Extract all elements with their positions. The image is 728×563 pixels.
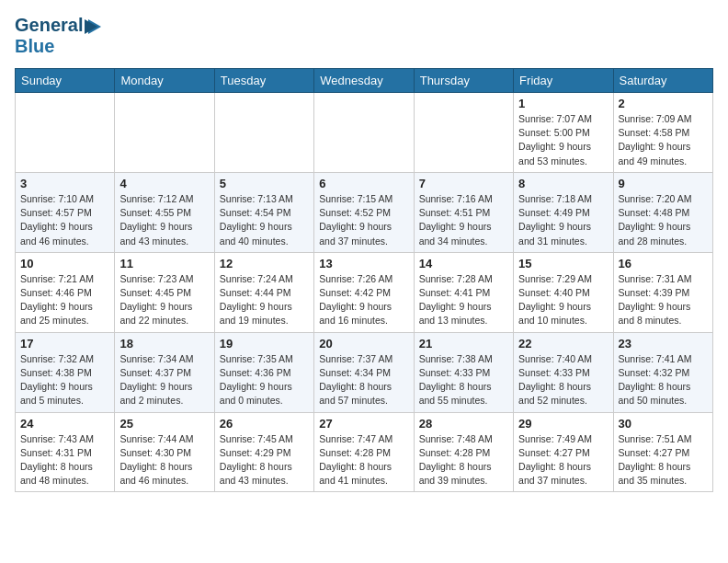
day-number: 22 [518,337,608,350]
day-info: Sunrise: 7:49 AMSunset: 4:27 PMDaylight:… [518,432,608,488]
day-number: 1 [518,97,608,110]
day-info: Sunrise: 7:16 AMSunset: 4:51 PMDaylight:… [419,192,508,248]
calendar-cell: 9Sunrise: 7:20 AMSunset: 4:48 PMDaylight… [613,172,712,252]
calendar-cell: 10Sunrise: 7:21 AMSunset: 4:46 PMDayligh… [16,252,115,332]
day-number: 9 [619,177,708,190]
day-number: 7 [419,177,508,190]
day-info: Sunrise: 7:47 AMSunset: 4:28 PMDaylight:… [319,432,408,488]
day-number: 4 [119,177,209,190]
calendar-cell: 29Sunrise: 7:49 AMSunset: 4:27 PMDayligh… [514,412,613,492]
day-number: 30 [619,417,708,431]
logo-text: General Blue [15,15,105,57]
day-number: 16 [619,257,708,270]
calendar-cell: 28Sunrise: 7:48 AMSunset: 4:28 PMDayligh… [414,412,513,492]
day-info: Sunrise: 7:35 AMSunset: 4:36 PMDaylight:… [220,352,309,408]
day-info: Sunrise: 7:18 AMSunset: 4:49 PMDaylight:… [518,192,608,248]
day-number: 19 [220,337,309,350]
day-number: 29 [518,417,608,431]
calendar-table: SundayMondayTuesdayWednesdayThursdayFrid… [15,68,713,492]
day-info: Sunrise: 7:07 AMSunset: 5:00 PMDaylight:… [518,112,608,168]
calendar-cell: 20Sunrise: 7:37 AMSunset: 4:34 PMDayligh… [314,332,414,412]
day-number: 2 [619,97,708,110]
calendar-cell: 1Sunrise: 7:07 AMSunset: 5:00 PMDaylight… [514,93,613,173]
day-number: 26 [220,417,309,431]
day-info: Sunrise: 7:44 AMSunset: 4:30 PMDaylight:… [119,432,209,488]
calendar-cell: 25Sunrise: 7:44 AMSunset: 4:30 PMDayligh… [115,412,214,492]
calendar-cell [214,93,313,173]
calendar-header-friday: Friday [514,69,613,93]
day-number: 17 [20,337,109,350]
calendar-cell: 14Sunrise: 7:28 AMSunset: 4:41 PMDayligh… [414,252,513,332]
day-number: 21 [419,337,508,350]
day-number: 11 [119,257,209,270]
calendar-cell [414,93,513,173]
day-info: Sunrise: 7:41 AMSunset: 4:32 PMDaylight:… [619,352,708,408]
calendar-header-thursday: Thursday [414,69,513,93]
day-number: 13 [319,257,408,270]
calendar-cell: 5Sunrise: 7:13 AMSunset: 4:54 PMDaylight… [214,172,313,252]
day-number: 3 [20,177,109,190]
calendar-week-row-0: 1Sunrise: 7:07 AMSunset: 5:00 PMDaylight… [16,93,713,173]
calendar-cell: 22Sunrise: 7:40 AMSunset: 4:33 PMDayligh… [514,332,613,412]
day-info: Sunrise: 7:48 AMSunset: 4:28 PMDaylight:… [419,432,508,488]
calendar-cell: 17Sunrise: 7:32 AMSunset: 4:38 PMDayligh… [16,332,115,412]
logo: General Blue [15,15,105,57]
day-number: 5 [220,177,309,190]
calendar-cell: 19Sunrise: 7:35 AMSunset: 4:36 PMDayligh… [214,332,313,412]
calendar-header-monday: Monday [115,69,214,93]
calendar-cell: 12Sunrise: 7:24 AMSunset: 4:44 PMDayligh… [214,252,313,332]
day-info: Sunrise: 7:51 AMSunset: 4:27 PMDaylight:… [619,432,708,488]
day-number: 8 [518,177,608,190]
calendar-cell [16,93,115,173]
calendar-cell: 3Sunrise: 7:10 AMSunset: 4:57 PMDaylight… [16,172,115,252]
header: General Blue [15,15,713,57]
day-number: 6 [319,177,408,190]
day-info: Sunrise: 7:38 AMSunset: 4:33 PMDaylight:… [419,352,508,408]
day-info: Sunrise: 7:45 AMSunset: 4:29 PMDaylight:… [220,432,309,488]
day-number: 24 [20,417,109,431]
calendar-header-row: SundayMondayTuesdayWednesdayThursdayFrid… [16,69,713,93]
day-info: Sunrise: 7:40 AMSunset: 4:33 PMDaylight:… [518,352,608,408]
calendar-cell: 13Sunrise: 7:26 AMSunset: 4:42 PMDayligh… [314,252,414,332]
day-info: Sunrise: 7:23 AMSunset: 4:45 PMDaylight:… [119,272,209,328]
day-number: 23 [619,337,708,350]
page: General Blue SundayMondayTuesdayWednesda… [0,0,728,507]
day-number: 18 [119,337,209,350]
day-number: 25 [119,417,209,431]
calendar-header-wednesday: Wednesday [314,69,414,93]
calendar-cell: 18Sunrise: 7:34 AMSunset: 4:37 PMDayligh… [115,332,214,412]
day-info: Sunrise: 7:09 AMSunset: 4:58 PMDaylight:… [619,112,708,168]
day-info: Sunrise: 7:29 AMSunset: 4:40 PMDaylight:… [518,272,608,328]
day-number: 27 [319,417,408,431]
day-info: Sunrise: 7:43 AMSunset: 4:31 PMDaylight:… [20,432,109,488]
day-number: 15 [518,257,608,270]
calendar-cell: 27Sunrise: 7:47 AMSunset: 4:28 PMDayligh… [314,412,414,492]
day-info: Sunrise: 7:10 AMSunset: 4:57 PMDaylight:… [20,192,109,248]
calendar-cell: 4Sunrise: 7:12 AMSunset: 4:55 PMDaylight… [115,172,214,252]
day-info: Sunrise: 7:13 AMSunset: 4:54 PMDaylight:… [220,192,309,248]
calendar-week-row-3: 17Sunrise: 7:32 AMSunset: 4:38 PMDayligh… [16,332,713,412]
day-info: Sunrise: 7:15 AMSunset: 4:52 PMDaylight:… [319,192,408,248]
calendar-cell [115,93,214,173]
day-number: 12 [220,257,309,270]
day-number: 10 [20,257,109,270]
calendar-cell: 23Sunrise: 7:41 AMSunset: 4:32 PMDayligh… [613,332,712,412]
calendar-cell: 21Sunrise: 7:38 AMSunset: 4:33 PMDayligh… [414,332,513,412]
logo-arrow-icon [85,19,105,34]
day-number: 20 [319,337,408,350]
calendar-header-sunday: Sunday [16,69,115,93]
day-number: 28 [419,417,508,431]
day-info: Sunrise: 7:12 AMSunset: 4:55 PMDaylight:… [119,192,209,248]
calendar-header-saturday: Saturday [613,69,712,93]
calendar-cell: 30Sunrise: 7:51 AMSunset: 4:27 PMDayligh… [613,412,712,492]
day-info: Sunrise: 7:32 AMSunset: 4:38 PMDaylight:… [20,352,109,408]
calendar-week-row-4: 24Sunrise: 7:43 AMSunset: 4:31 PMDayligh… [16,412,713,492]
day-info: Sunrise: 7:34 AMSunset: 4:37 PMDaylight:… [119,352,209,408]
day-info: Sunrise: 7:37 AMSunset: 4:34 PMDaylight:… [319,352,408,408]
calendar-week-row-2: 10Sunrise: 7:21 AMSunset: 4:46 PMDayligh… [16,252,713,332]
calendar-week-row-1: 3Sunrise: 7:10 AMSunset: 4:57 PMDaylight… [16,172,713,252]
calendar-cell: 11Sunrise: 7:23 AMSunset: 4:45 PMDayligh… [115,252,214,332]
calendar-cell: 16Sunrise: 7:31 AMSunset: 4:39 PMDayligh… [613,252,712,332]
calendar-cell: 2Sunrise: 7:09 AMSunset: 4:58 PMDaylight… [613,93,712,173]
day-info: Sunrise: 7:31 AMSunset: 4:39 PMDaylight:… [619,272,708,328]
